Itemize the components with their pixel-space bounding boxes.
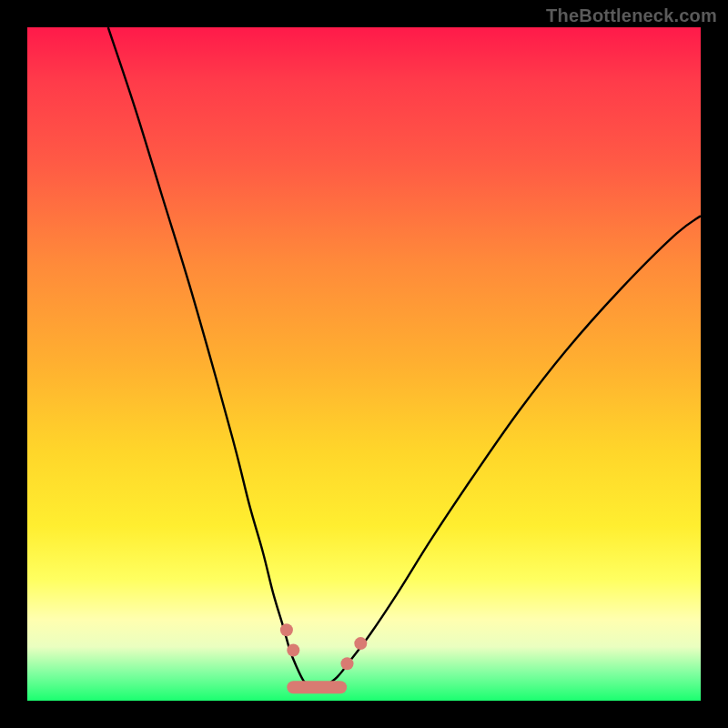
curve-marker [354, 637, 367, 650]
curve-marker [287, 644, 299, 657]
curve-marker [280, 623, 293, 636]
chart-frame: TheBottleneck.com [0, 0, 728, 728]
plot-area [27, 27, 701, 701]
curve-marker [341, 657, 354, 670]
curves-svg [27, 27, 701, 701]
watermark-text: TheBottleneck.com [546, 5, 717, 26]
right-branch-curve [324, 216, 701, 687]
left-branch-curve [108, 27, 310, 687]
curve-markers [280, 623, 367, 670]
